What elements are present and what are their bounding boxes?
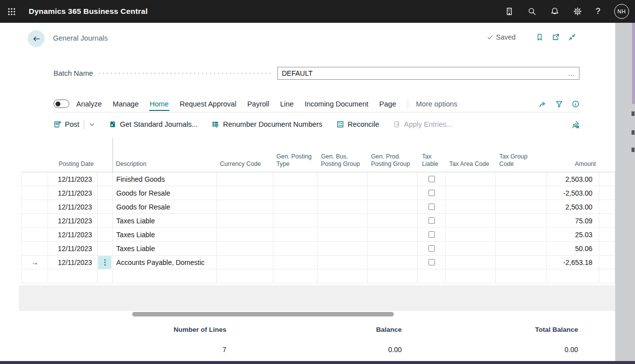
currency-code-cell[interactable] bbox=[217, 200, 273, 213]
tab-manage[interactable]: Manage bbox=[112, 97, 139, 111]
row-menu-cell[interactable] bbox=[98, 172, 113, 186]
column-header-tax-liable[interactable]: Tax Liable bbox=[418, 153, 446, 172]
currency-code-cell[interactable] bbox=[217, 242, 273, 255]
gen-bus-posting-group-cell[interactable] bbox=[318, 186, 368, 200]
back-button[interactable] bbox=[28, 30, 45, 47]
avatar[interactable]: NH bbox=[614, 4, 629, 19]
amount-cell[interactable] bbox=[547, 269, 599, 283]
row-selector-cell[interactable] bbox=[22, 214, 48, 227]
row-menu-cell[interactable] bbox=[98, 228, 113, 241]
tax-group-code-cell[interactable] bbox=[496, 269, 547, 283]
tab-request-approval[interactable]: Request Approval bbox=[179, 97, 237, 111]
row-selector-cell[interactable] bbox=[22, 242, 48, 255]
renumber-document-numbers-button[interactable]: Renumber Document Numbers bbox=[212, 120, 322, 128]
gen-prod-posting-group-cell[interactable] bbox=[368, 269, 418, 283]
tab-home[interactable]: Home bbox=[149, 97, 169, 111]
currency-code-cell[interactable] bbox=[217, 214, 273, 227]
gen-posting-type-cell[interactable] bbox=[273, 242, 318, 255]
tab-page[interactable]: Page bbox=[379, 97, 397, 111]
description-cell[interactable] bbox=[113, 269, 217, 283]
tax-group-code-cell[interactable] bbox=[496, 172, 547, 186]
currency-code-cell[interactable] bbox=[217, 256, 273, 269]
posting-date-cell[interactable]: 12/11/2023 bbox=[48, 256, 98, 269]
bookmark-icon[interactable] bbox=[536, 33, 543, 41]
gen-bus-posting-group-cell[interactable] bbox=[318, 269, 368, 283]
batch-name-input[interactable]: DEFAULT ... bbox=[277, 67, 580, 80]
get-standard-journals-button[interactable]: Get Standard Journals... bbox=[109, 120, 198, 128]
pin-off-icon[interactable] bbox=[571, 120, 580, 129]
column-header-gen-posting-type[interactable]: Gen. Posting Type bbox=[273, 153, 318, 172]
reconcile-button[interactable]: Reconcile bbox=[336, 120, 379, 128]
post-dropdown-chevron-icon[interactable] bbox=[89, 121, 95, 128]
tax-area-code-cell[interactable] bbox=[446, 242, 496, 255]
tax-liable-checkbox[interactable] bbox=[428, 259, 435, 265]
gen-bus-posting-group-cell[interactable] bbox=[318, 200, 368, 213]
description-cell[interactable]: Finished Goods bbox=[113, 172, 217, 186]
row-menu-cell[interactable] bbox=[98, 200, 113, 213]
app-launcher-waffle-icon[interactable] bbox=[0, 0, 23, 23]
posting-date-cell[interactable]: 12/11/2023 bbox=[48, 172, 98, 186]
gen-prod-posting-group-cell[interactable] bbox=[368, 256, 418, 269]
column-header-amount[interactable]: Amount bbox=[547, 160, 599, 172]
tax-liable-checkbox[interactable] bbox=[428, 245, 435, 252]
tax-group-code-cell[interactable] bbox=[496, 214, 547, 227]
gen-prod-posting-group-cell[interactable] bbox=[368, 214, 418, 227]
help-icon[interactable]: ? bbox=[596, 6, 600, 16]
column-header-posting-date[interactable]: Posting Date bbox=[48, 160, 97, 172]
tax-area-code-cell[interactable] bbox=[446, 269, 496, 283]
tax-liable-checkbox[interactable] bbox=[428, 231, 435, 238]
description-cell[interactable]: Taxes Liable bbox=[113, 214, 217, 227]
amount-cell[interactable]: 25.03 bbox=[547, 228, 599, 241]
description-cell[interactable]: Taxes Liable bbox=[113, 242, 217, 255]
row-menu-cell[interactable] bbox=[98, 186, 113, 200]
gen-bus-posting-group-cell[interactable] bbox=[318, 228, 368, 241]
gen-prod-posting-group-cell[interactable] bbox=[368, 242, 418, 255]
row-selector-cell[interactable] bbox=[22, 269, 48, 283]
notifications-bell-icon[interactable] bbox=[550, 7, 559, 16]
open-in-new-window-icon[interactable] bbox=[552, 33, 560, 41]
gen-prod-posting-group-cell[interactable] bbox=[368, 228, 418, 241]
post-button[interactable]: Post bbox=[53, 120, 79, 128]
tax-area-code-cell[interactable] bbox=[446, 228, 496, 241]
gen-bus-posting-group-cell[interactable] bbox=[318, 214, 368, 227]
company-icon[interactable] bbox=[505, 7, 514, 16]
gen-posting-type-cell[interactable] bbox=[273, 214, 318, 227]
amount-cell[interactable]: 75.09 bbox=[547, 214, 599, 227]
tax-liable-cell[interactable] bbox=[418, 269, 446, 283]
currency-code-cell[interactable] bbox=[217, 172, 273, 186]
gen-posting-type-cell[interactable] bbox=[273, 256, 318, 269]
tax-area-code-cell[interactable] bbox=[446, 200, 496, 213]
gen-posting-type-cell[interactable] bbox=[273, 186, 318, 200]
analyze-toggle-label[interactable]: Analyze bbox=[76, 97, 103, 111]
gen-posting-type-cell[interactable] bbox=[273, 228, 318, 241]
gen-posting-type-cell[interactable] bbox=[273, 200, 318, 213]
row-menu-kebab-button[interactable] bbox=[98, 256, 111, 269]
amount-cell[interactable]: 50.06 bbox=[547, 242, 599, 255]
amount-cell[interactable]: 2,503.00 bbox=[547, 172, 599, 186]
tax-liable-checkbox[interactable] bbox=[428, 176, 435, 182]
amount-cell[interactable]: -2,503.00 bbox=[547, 186, 599, 200]
horizontal-scrollbar[interactable] bbox=[132, 312, 394, 316]
tax-area-code-cell[interactable] bbox=[446, 256, 496, 269]
collapse-icon[interactable] bbox=[568, 33, 576, 41]
amount-cell[interactable]: 2,503.00 bbox=[547, 200, 599, 213]
posting-date-cell[interactable]: 12/11/2023 bbox=[48, 228, 98, 241]
tax-area-code-cell[interactable] bbox=[446, 214, 496, 227]
assist-edit-button[interactable]: ... bbox=[564, 70, 579, 77]
gen-bus-posting-group-cell[interactable] bbox=[318, 242, 368, 255]
row-selector-cell[interactable] bbox=[22, 172, 48, 186]
currency-code-cell[interactable] bbox=[217, 269, 273, 283]
amount-cell[interactable]: -2,653.18 bbox=[547, 256, 599, 269]
column-header-currency-code[interactable]: Currency Code bbox=[216, 160, 273, 172]
tab-line[interactable]: Line bbox=[279, 97, 294, 111]
tax-area-code-cell[interactable] bbox=[446, 186, 496, 200]
row-menu-cell[interactable] bbox=[98, 214, 113, 227]
gen-bus-posting-group-cell[interactable] bbox=[318, 256, 368, 269]
search-icon[interactable] bbox=[528, 7, 536, 16]
more-options-button[interactable]: More options bbox=[416, 100, 458, 108]
gen-posting-type-cell[interactable] bbox=[273, 269, 318, 283]
row-menu-cell[interactable] bbox=[98, 242, 113, 255]
batch-name-value[interactable]: DEFAULT bbox=[278, 69, 564, 77]
row-menu-cell[interactable] bbox=[98, 269, 113, 283]
settings-gear-icon[interactable] bbox=[573, 7, 582, 16]
